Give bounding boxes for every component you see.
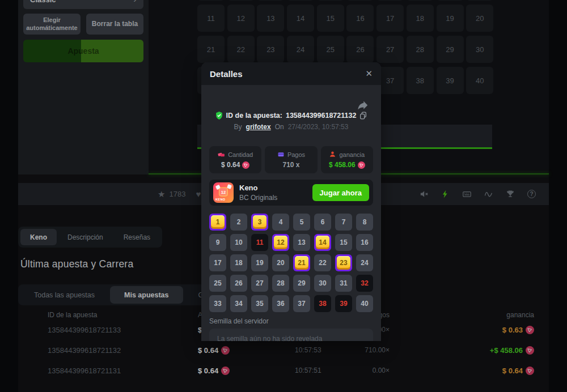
result-cell: 7 — [335, 214, 352, 231]
bet-id-row: ID de la apuesta: 135844399618721132 — [201, 112, 381, 120]
result-cell: 9 — [209, 234, 226, 251]
result-cell: 20 — [272, 254, 289, 271]
stat-ganancia: ganancia$ 458.06 — [321, 146, 373, 173]
result-cell: 28 — [272, 275, 289, 292]
share-icon[interactable] — [357, 100, 369, 112]
result-cell: 26 — [230, 275, 247, 292]
stat-pagos: Pagos710 x — [265, 146, 317, 173]
result-cell: 8 — [356, 214, 373, 231]
stat-label: ganancia — [339, 151, 365, 158]
coin-icon — [242, 161, 249, 169]
stat-label: Cantidad — [228, 151, 253, 158]
stat-value: $ 458.06 — [329, 161, 365, 169]
by-label: By — [234, 123, 242, 131]
modal-header: Detalles ✕ — [201, 62, 381, 85]
coin-icon — [358, 161, 365, 169]
result-cell: 30 — [314, 275, 331, 292]
result-cell-miss: 38 — [314, 295, 331, 312]
stat-label: Pagos — [287, 151, 305, 158]
result-cell: 5 — [293, 214, 310, 231]
keno-icon-text: KENO — [215, 198, 226, 201]
game-name: Keno — [239, 184, 277, 192]
bet-stats-row: Cantidad$ 0.64Pagos710 xganancia$ 458.06 — [209, 146, 373, 173]
server-seed-label: Semilla del servidor — [209, 317, 269, 325]
result-cell: 40 — [356, 295, 373, 312]
result-cell: 19 — [251, 254, 268, 271]
on-label: On — [275, 123, 284, 131]
amount-icon — [218, 151, 225, 158]
result-cell: 31 — [335, 275, 352, 292]
game-card-titles: Keno BC Originals — [239, 184, 277, 202]
play-now-button[interactable]: Jugar ahora — [312, 184, 369, 201]
details-modal: Detalles ✕ ID de la apuesta: 13584439961… — [201, 62, 381, 341]
game-provider: BC Originals — [239, 194, 277, 202]
result-cell-hit: 3 — [251, 214, 268, 231]
result-cell-miss: 39 — [335, 295, 352, 312]
result-cell-hit: 23 — [335, 254, 352, 271]
result-cell: 13 — [293, 234, 310, 251]
result-cell-hit: 12 — [272, 234, 289, 251]
keno-icon-number: 12 — [219, 188, 228, 197]
result-cell: 24 — [356, 254, 373, 271]
result-cell: 25 — [209, 275, 226, 292]
result-cell: 18 — [230, 254, 247, 271]
result-cell: 34 — [230, 295, 247, 312]
result-cell: 4 — [272, 214, 289, 231]
result-cell: 22 — [314, 254, 331, 271]
result-cell: 35 — [251, 295, 268, 312]
result-cell: 10 — [230, 234, 247, 251]
server-seed-field[interactable]: La semilla aún no ha sido revelada — [209, 329, 373, 341]
result-cell: 2 — [230, 214, 247, 231]
result-cell: 27 — [251, 275, 268, 292]
result-cell-hit: 14 — [314, 234, 331, 251]
result-cell-miss: 11 — [251, 234, 268, 251]
stat-value: 710 x — [282, 161, 299, 169]
modal-title: Detalles — [210, 69, 243, 79]
bet-id-value: 135844399618721132 — [286, 112, 356, 120]
result-cell: 37 — [293, 295, 310, 312]
result-cell: 16 — [356, 234, 373, 251]
game-card: 12 KENO Keno BC Originals Jugar ahora — [209, 180, 373, 206]
bet-id-label: ID de la apuesta: — [226, 112, 282, 120]
verified-shield-icon — [215, 112, 223, 120]
copy-icon[interactable] — [359, 112, 367, 120]
profit-icon — [329, 151, 336, 158]
result-cell: 29 — [293, 275, 310, 292]
result-cell-hit: 21 — [293, 254, 310, 271]
result-cell: 36 — [272, 295, 289, 312]
bet-datetime: 27/4/2023, 10:57:53 — [288, 123, 349, 131]
result-cell: 33 — [209, 295, 226, 312]
bet-meta-row: By grifotex On 27/4/2023, 10:57:53 — [201, 123, 381, 131]
stat-value: $ 0.64 — [221, 161, 249, 169]
keno-game-icon: 12 KENO — [213, 182, 234, 203]
result-cell-hit: 1 — [209, 214, 226, 231]
close-icon[interactable]: ✕ — [365, 69, 373, 79]
result-grid: 1234567891011121314151617181920212223242… — [209, 214, 373, 312]
result-cell: 17 — [209, 254, 226, 271]
result-cell: 15 — [335, 234, 352, 251]
username-link[interactable]: grifotex — [246, 123, 271, 131]
result-cell-miss: 32 — [356, 275, 373, 292]
payout-icon — [277, 151, 285, 158]
result-cell: 6 — [314, 214, 331, 231]
stat-cantidad: Cantidad$ 0.64 — [209, 146, 261, 173]
